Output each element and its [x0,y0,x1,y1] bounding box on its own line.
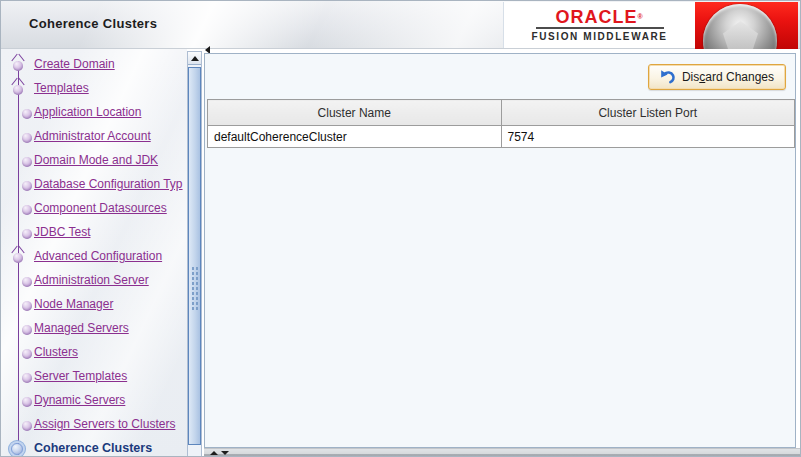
sidebar-item-label: Administration Server [34,273,149,287]
sidebar-item-server-templates[interactable]: Server Templates [10,364,127,388]
column-header-cluster-listen-port[interactable]: Cluster Listen Port [501,100,795,126]
current-step-icon [10,437,26,457]
cell-cluster-name[interactable]: defaultCoherenceCluster [208,126,502,148]
step-node-icon [19,269,35,291]
step-node-icon [19,293,35,315]
discard-changes-label: Discard Changes [682,70,774,84]
sidebar-item-administrator-account[interactable]: Administrator Account [10,124,151,148]
sidebar-item-label: Templates [34,81,89,95]
pentagon-icon [723,21,758,49]
sidebar-item-administration-server[interactable]: Administration Server [10,268,149,292]
step-node-icon [19,197,35,219]
up-arrow-icon [191,56,199,61]
cell-cluster-listen-port[interactable]: 7574 [501,126,795,148]
step-node-icon [19,149,35,171]
step-node-icon [19,413,35,435]
page-title: Coherence Clusters [29,16,157,31]
sidebar-item-jdbc-test[interactable]: JDBC Test [10,220,90,244]
bottom-splitter-down-arrow[interactable] [221,451,229,455]
coherence-clusters-table: Cluster NameCluster Listen Port defaultC… [207,99,795,148]
sidebar-item-node-manager[interactable]: Node Manager [10,292,113,316]
sidebar-item-label: Domain Mode and JDK [34,153,158,167]
sidebar-item-advanced-configuration[interactable]: Advanced Configuration [10,244,162,268]
undo-icon [660,69,676,85]
sidebar-item-label: Application Location [34,105,141,119]
sidebar-item-managed-servers[interactable]: Managed Servers [10,316,129,340]
sidebar-item-label: JDBC Test [34,225,90,239]
header: Coherence Clusters ORACLE® FUSION MIDDLE… [1,1,800,49]
branch-node-icon [10,77,26,99]
brand-sphere-icon [703,4,777,49]
sidebar-item-label: Component Datasources [34,201,167,215]
discard-changes-button[interactable]: Discard Changes [648,64,786,90]
table-body: defaultCoherenceCluster7574 [208,126,795,148]
scrollbar-grip-dots [191,266,199,312]
sidebar-item-templates[interactable]: Templates [10,76,89,100]
fusion-middleware-label: FUSION MIDDLEWARE [531,31,667,42]
table-row: defaultCoherenceCluster7574 [208,126,795,148]
step-node-icon [19,389,35,411]
bottom-scrollbar-track [204,448,801,457]
sidebar-item-assign-servers-to-clusters[interactable]: Assign Servers to Clusters [10,412,175,436]
sidebar-item-component-datasources[interactable]: Component Datasources [10,196,167,220]
oracle-text: ORACLE [555,7,637,27]
configuration-wizard-window: Coherence Clusters ORACLE® FUSION MIDDLE… [0,0,801,457]
step-node-icon [19,317,35,339]
registered-mark: ® [637,13,643,20]
sidebar-item-label: Node Manager [34,297,113,311]
step-node-icon [19,101,35,123]
scrollbar-up-button[interactable] [188,52,201,65]
oracle-logo: ORACLE® FUSION MIDDLEWARE [503,2,695,48]
vertical-scrollbar[interactable] [187,51,202,457]
sidebar-item-clusters[interactable]: Clusters [10,340,78,364]
sidebar-item-database-configuration-typ[interactable]: Database Configuration Typ [10,172,183,196]
column-header-cluster-name[interactable]: Cluster Name [208,100,502,126]
brand-red-banner [695,2,798,49]
branch-node-icon [10,245,26,267]
sidebar-item-coherence-clusters[interactable]: Coherence Clusters [10,436,152,457]
sidebar-item-label: Advanced Configuration [34,249,162,263]
table-header: Cluster NameCluster Listen Port [208,100,795,126]
sidebar-item-label: Clusters [34,345,78,359]
sidebar-item-domain-mode-and-jdk[interactable]: Domain Mode and JDK [10,148,158,172]
sidebar-item-label: Coherence Clusters [34,441,152,455]
step-node-icon [19,365,35,387]
bottom-splitter-up-arrow[interactable] [210,451,218,455]
step-node-icon [19,173,35,195]
wizard-sidebar: Create DomainTemplatesApplication Locati… [1,49,187,457]
sidebar-item-label: Dynamic Servers [34,393,125,407]
step-node-icon [19,125,35,147]
sidebar-item-label: Create Domain [34,57,115,71]
header-row: Cluster NameCluster Listen Port [208,100,795,126]
sidebar-item-application-location[interactable]: Application Location [10,100,141,124]
sidebar-item-label: Server Templates [34,369,127,383]
sidebar-item-label: Assign Servers to Clusters [34,417,175,431]
branch-node-icon [10,53,26,75]
sidebar-item-label: Database Configuration Typ [34,177,183,191]
content-pane: Discard Changes Cluster NameCluster List… [204,53,796,448]
step-node-icon [19,341,35,363]
sidebar-item-dynamic-servers[interactable]: Dynamic Servers [10,388,125,412]
sidebar-item-label: Administrator Account [34,129,151,143]
step-node-icon [19,221,35,243]
oracle-wordmark: ORACLE® [555,8,643,26]
scrollbar-thumb[interactable] [188,67,201,445]
sidebar-item-create-domain[interactable]: Create Domain [10,52,115,76]
sidebar-item-label: Managed Servers [34,321,129,335]
logo-divider [536,27,664,29]
